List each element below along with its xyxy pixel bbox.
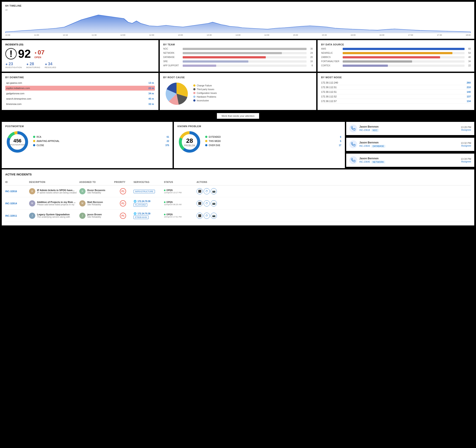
open-label: OPEN [34,56,45,59]
downtime-row-1: api.gaana.com 13 m [5,80,155,85]
action-clock-btn-1[interactable]: ⏱ [204,188,210,194]
pm-close-value: 375 [165,144,169,147]
downtime-row-3: gadgetsnow.com 34 m [5,91,155,96]
assignee-inc-1[interactable]: INC-23618 [359,129,370,132]
open-badge: ⬥ 07 [34,49,45,56]
action-video-btn-1[interactable]: ⬛ [197,188,203,194]
by-most-noise-title: BY MOST NOISE [321,76,471,79]
ds-row-fortianalyser: FORTIANALYSER 34 [321,60,471,62]
status-date-3: 10/Apr/24 17:51 PM [164,216,195,218]
open-number: 07 [38,49,45,56]
monitoring-number: ⬥ 28 [26,62,40,66]
status-dot-1 [164,189,165,191]
assignee-role-2: Assignee [461,144,471,147]
td-priority-3: P1 [114,213,132,219]
td-desc-2: M Addition of Projects in my Risk ... Pl… [29,200,78,206]
assignee-time-2: 13:32 PM [461,142,471,144]
legend-inconclusive: Inconclusive [193,99,217,102]
assigned-avatar-1: R [79,188,85,194]
noise-row-2: 172.30.112.51 210 [321,85,471,90]
status-dot-3 [164,214,165,215]
action-clock-btn-2[interactable]: ⏱ [204,200,210,206]
attention-row: Work that needs your attention [2,111,474,120]
assigned-name-2: Matt Bernnon [87,201,103,203]
by-downtime-title: BY DOWNTIME [5,76,155,79]
postmortem-title: POSTMORTEM [5,125,169,128]
resolved-item: ⬥ 34 RESOLVED [45,62,56,68]
action-camera-btn-2[interactable]: 📷 [211,200,217,206]
service-network-icon-2: 🌐 [134,200,137,203]
investigation-item: ⬥ 23 INVESTIGATION [5,62,22,68]
pm-awaiting-value: 22 [167,140,169,142]
service-ip-3: 172.24.70.39 [137,212,150,215]
service-tag-1: INFRASTRUCTURE [134,190,155,193]
legend-dot-change-failure [193,84,195,87]
inc-link-3[interactable]: INC-32911 [5,214,17,217]
timeline-title: 6H TIMELINE [5,4,471,7]
service-network-icon-3: 🌐 [134,212,137,215]
inc-link-1[interactable]: INC-32916 [5,190,17,193]
priority-badge-3: P1 [120,213,126,219]
td-assigned-2: M Matt Bernnon Site Reliability [79,200,112,206]
by-data-source-card: BY DATA SOURCE AWS 60 NEWRELIC 54 ZABBIC… [317,40,474,72]
assignee-name-1: Jason Bernnon [359,125,459,128]
assigned-name-1: Rozer Bezannis [87,189,105,192]
assignee-name-3: Jason Bernnon [359,157,459,160]
assignee-inc-2[interactable]: INC-23643 [359,145,370,148]
pie-chart-svg [163,80,190,107]
td-assigned-3: J jason Brown Site Reliability [79,213,112,219]
action-camera-btn-1[interactable]: 📷 [211,188,217,194]
team-row-network: NETWORK 24 [163,52,313,54]
postmortem-content: 456 POSTMORTEM RCA 61 [5,130,169,154]
action-clock-btn-3[interactable]: ⏱ [204,213,210,219]
monitoring-diamond-icon: ⬥ [26,62,29,66]
ds-row-cortex: CORTEX 22 [321,64,471,67]
td-priority-2: P1 [114,200,132,206]
incidents-title: INCIDENTS (33) [5,43,155,46]
known-problem-donut: 28 PROBLEM [177,130,202,154]
status-date-2: 12/Apr/24 08:25 AM [164,203,195,206]
assigned-role-1: Site Reliability [87,192,105,194]
legend-dot-hardware [193,96,195,98]
noise-rows: 172.30.112.240 260 172.30.112.51 210 172… [321,80,471,104]
assignee-row-2: Jason Bernnon INC-23643 DATABASE 13:32 P… [349,140,471,148]
desc-main-2: Addition of Projects in my Risk ... [37,201,76,203]
th-id: ID [5,181,27,183]
assigned-role-3: Site Reliability [87,216,102,218]
resolved-number: ⬥ 34 [45,62,56,66]
td-status-2: OPEN 12/Apr/24 08:25 AM [164,201,195,206]
assignee-card-2: Jason Bernnon INC-23643 DATABASE 13:32 P… [346,138,474,151]
noise-row-4: 172.30.112.52 137 [321,94,471,99]
td-service-3: 🌐 172.24.70.39 ETB2B-MAIN [134,212,162,219]
action-video-btn-2[interactable]: ⬛ [197,200,203,206]
assigned-avatar-2: M [79,200,85,206]
kp-overdue-item: OVER DUE 17 [205,144,341,147]
timeline-svg [5,9,471,33]
priority-badge-2: P1 [120,200,126,206]
known-problem-content: 28 PROBLEM EXTENDED 6 [177,130,341,154]
pm-legend: RCA 61 AWAITING APPROVAL 22 [33,136,169,148]
assignee-inc-3[interactable]: INC-23645 [359,161,370,164]
assignee-phone-icon-2 [349,140,357,148]
kp-thisweek-item: THIS WEEK 5 [205,140,341,142]
assignee-time-1: 13:28 PM [461,126,471,129]
td-id-1: INC-32916 [5,190,27,193]
by-most-noise-card: BY MOST NOISE 172.30.112.240 260 172.30.… [317,73,474,110]
inc-link-2[interactable]: INC-32914 [5,202,17,205]
action-camera-btn-3[interactable]: 📷 [211,213,217,219]
service-ip-2: 172.24.70.39 [137,200,150,203]
assignee-team-2: DATABASE [371,145,385,148]
downtime-rows: api.gaana.com 13 m vspltoi.indiatimes.co… [5,80,155,107]
assignee-team-3: NETWORK [371,161,385,164]
action-video-btn-3[interactable]: ⬛ [197,213,203,219]
monitoring-label: MONITORING [26,66,40,68]
service-tag-3: ETB2B-MAIN [134,215,148,219]
td-service-2: 🌐 172.24.70.39 PLATFORM [134,200,162,207]
legend-change-failure: Change Failure [193,84,217,87]
td-desc-1: R IP Admin tickets in SPOG have... IP ad… [29,188,78,194]
pm-close-dot [33,144,35,146]
kp-extended-value: 6 [340,136,341,138]
td-id-2: INC-32914 [5,202,27,205]
th-status: STATUS [164,181,195,183]
downtime-row-5: timesnow.com 32 m [5,102,155,107]
